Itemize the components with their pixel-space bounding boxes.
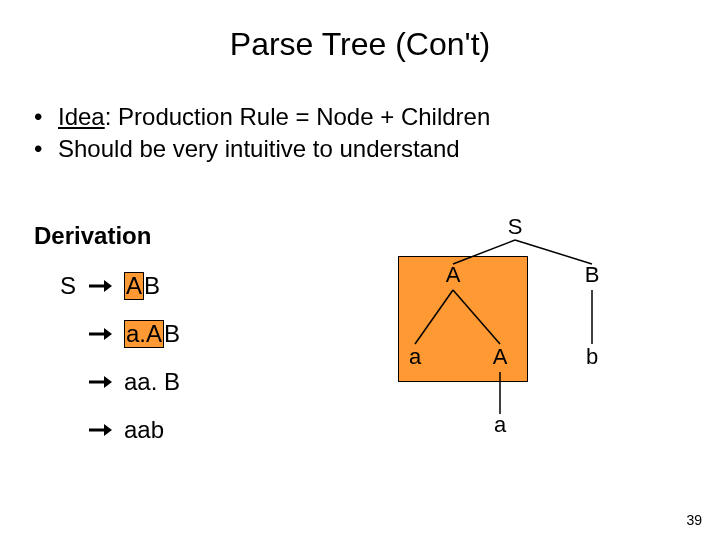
step-rhs: aab (124, 416, 164, 444)
tree-node-b: B (580, 262, 604, 288)
svg-line-11 (453, 290, 500, 344)
derivation-step: a.AB (60, 310, 180, 358)
tree-node-s: S (503, 214, 527, 240)
svg-marker-7 (104, 424, 112, 436)
tree-node-a: A (441, 262, 465, 288)
slide-title: Parse Tree (Con't) (0, 0, 720, 63)
tree-leaf-a: a (403, 344, 427, 370)
derivation-step: aa. B (60, 358, 180, 406)
svg-marker-3 (104, 328, 112, 340)
bullet-item: • Idea: Production Rule = Node + Childre… (34, 101, 720, 133)
bullet-item: • Should be very intuitive to understand (34, 133, 720, 165)
svg-line-8 (453, 240, 515, 264)
arrow-icon (88, 374, 124, 390)
arrow-icon (88, 326, 124, 342)
parse-tree: S A B a A b a (360, 214, 670, 474)
derivation-step: aab (60, 406, 180, 454)
idea-word: Idea (58, 103, 105, 130)
svg-line-9 (515, 240, 592, 264)
step-rhs: AB (124, 272, 160, 300)
bullet-text: Should be very intuitive to understand (58, 133, 460, 165)
highlight-box: a.A (124, 320, 164, 348)
arrow-icon (88, 278, 124, 294)
svg-line-10 (415, 290, 453, 344)
bullet-dot: • (34, 101, 58, 133)
bullet-text: Idea: Production Rule = Node + Children (58, 101, 490, 133)
step-rhs: aa. B (124, 368, 180, 396)
arrow-icon (88, 422, 124, 438)
svg-marker-1 (104, 280, 112, 292)
highlight-box: A (124, 272, 144, 300)
derivation-heading: Derivation (34, 222, 151, 250)
svg-marker-5 (104, 376, 112, 388)
bullet-dot: • (34, 133, 58, 165)
step-lhs: S (60, 272, 88, 300)
page-number: 39 (686, 512, 702, 528)
tree-leaf-b: b (580, 344, 604, 370)
derivation-steps: S AB a.AB aa. B aab (60, 262, 180, 454)
step-rhs: a.AB (124, 320, 180, 348)
bullet-list: • Idea: Production Rule = Node + Childre… (34, 101, 720, 166)
tree-node-a2: A (488, 344, 512, 370)
derivation-step: S AB (60, 262, 180, 310)
tree-leaf-a2: a (488, 412, 512, 438)
